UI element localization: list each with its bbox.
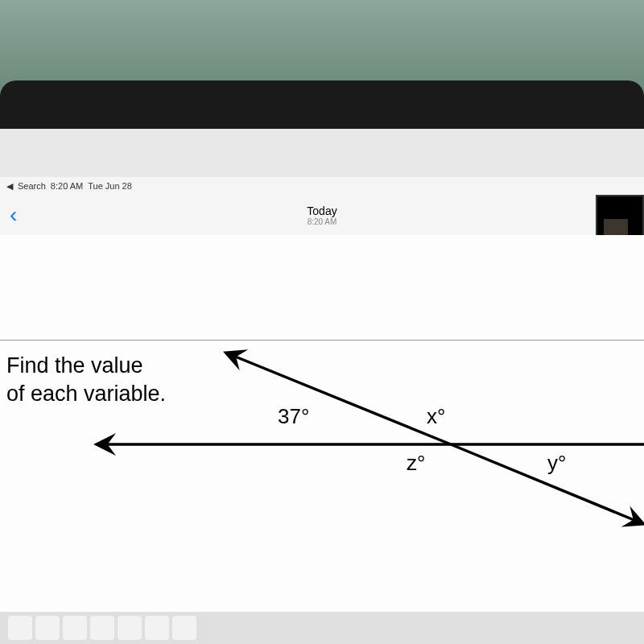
screen-area: ◀ Search 8:20 AM Tue Jun 28 ‹ Today 8:20… (0, 129, 644, 644)
geometry-diagram (0, 340, 644, 644)
nav-title-block: Today 8:20 AM (307, 204, 336, 226)
nav-subtitle: 8:20 AM (307, 217, 336, 226)
nav-title: Today (307, 204, 336, 217)
dock-app-icon[interactable] (145, 616, 169, 640)
status-back-label[interactable]: Search (18, 181, 46, 191)
dock-app-icon[interactable] (35, 616, 60, 640)
angle-z-label: z° (407, 451, 425, 476)
status-bar: ◀ Search 8:20 AM Tue Jun 28 (0, 177, 644, 195)
back-arrow-icon[interactable]: ◀ (6, 181, 13, 192)
nav-bar: ‹ Today 8:20 AM (0, 195, 644, 235)
status-time: 8:20 AM (51, 181, 83, 191)
status-date: Tue Jun 28 (88, 181, 132, 191)
angle-37-label: 37° (278, 404, 309, 429)
dock-app-icon[interactable] (63, 616, 87, 640)
transversal-line-down (451, 444, 636, 521)
dock-app-icon[interactable] (90, 616, 114, 640)
angle-y-label: y° (547, 451, 566, 476)
transversal-line-up (233, 356, 451, 444)
dock-app-icon[interactable] (8, 616, 32, 640)
thumbnail-preview (604, 219, 628, 235)
angle-x-label: x° (427, 404, 445, 429)
content-area: Find the value of each variable. 37° x° … (0, 235, 644, 612)
tablet-frame: ◀ Search 8:20 AM Tue Jun 28 ‹ Today 8:20… (0, 80, 644, 644)
dock-app-icon[interactable] (172, 616, 196, 640)
chevron-left-icon[interactable]: ‹ (10, 202, 17, 228)
dock-bar (0, 612, 644, 644)
dock-app-icon[interactable] (118, 616, 142, 640)
